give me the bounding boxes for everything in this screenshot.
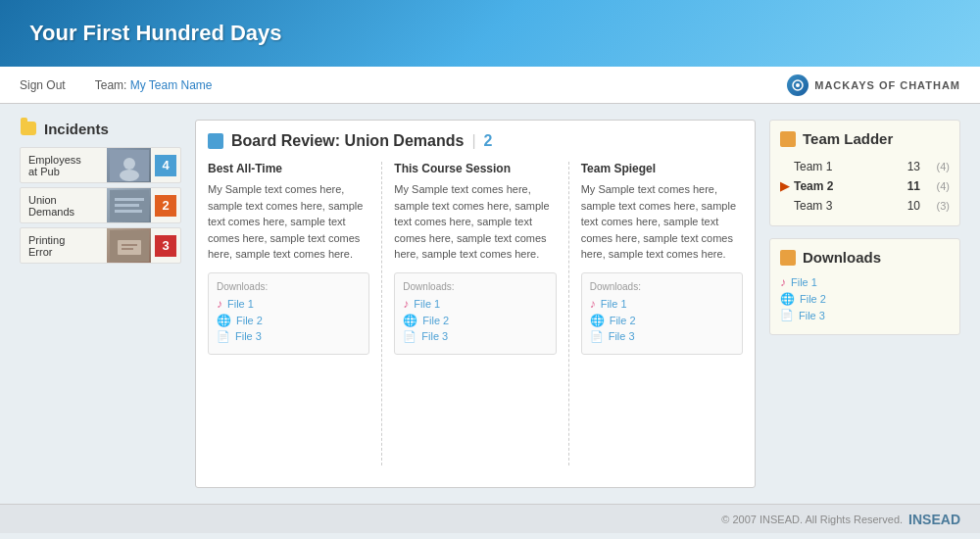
file-item-1-2[interactable]: 🌐 File 2 bbox=[217, 314, 361, 327]
right-panel: Team Ladder Team 1 13 (4) ▶ Team 2 11 (4… bbox=[769, 120, 960, 488]
downloads-title: Downloads bbox=[780, 249, 950, 266]
title-separator: | bbox=[471, 132, 475, 150]
col-text-3: My Sample text comes here, sample text c… bbox=[581, 181, 743, 263]
footer-copyright: © 2007 INSEAD. All Rights Reserved. bbox=[721, 514, 903, 525]
downloads-label-2: Downloads: bbox=[403, 281, 547, 292]
ladder-team-2: Team 2 bbox=[794, 179, 893, 193]
file-name-2-2: File 2 bbox=[422, 315, 449, 326]
file-name-2-3: File 3 bbox=[421, 330, 448, 342]
board-title: Board Review: Union Demands bbox=[231, 132, 464, 150]
downloads-file-2[interactable]: 🌐 File 2 bbox=[780, 292, 950, 306]
svg-rect-6 bbox=[115, 198, 144, 201]
board-column-2: This Course Session My Sample text comes… bbox=[382, 162, 568, 466]
header: Your First Hundred Days bbox=[0, 0, 980, 67]
ladder-row-2: ▶ Team 2 11 (4) bbox=[780, 176, 950, 196]
web-icon-1-2: 🌐 bbox=[217, 314, 231, 327]
downloads-file-name-1: File 1 bbox=[791, 276, 817, 288]
main-content: Incidents Employessat Pub 4 UnionDemands… bbox=[0, 104, 980, 504]
ladder-arrow-1 bbox=[780, 160, 794, 173]
doc-icon-d3: 📄 bbox=[780, 309, 794, 321]
incident-count-1: 4 bbox=[155, 155, 176, 176]
web-icon-d2: 🌐 bbox=[780, 292, 795, 306]
downloads-file-name-3: File 3 bbox=[799, 310, 825, 321]
ladder-paren-2: (4) bbox=[920, 180, 950, 192]
incident-thumb-1 bbox=[107, 148, 151, 182]
downloads-box-1: Downloads: ♪ File 1 🌐 File 2 📄 File 3 bbox=[208, 272, 369, 355]
svg-rect-11 bbox=[122, 244, 137, 246]
ladder-paren-3: (3) bbox=[920, 200, 950, 212]
col-text-1: My Sample text comes here, sample text c… bbox=[208, 181, 369, 263]
doc-icon-1-3: 📄 bbox=[217, 330, 230, 343]
team-ladder-icon bbox=[780, 131, 796, 147]
company-name: MACKAYS OF CHATHAM bbox=[814, 79, 960, 91]
team-ladder-title: Team Ladder bbox=[780, 130, 950, 147]
incident-item-2[interactable]: UnionDemands 2 bbox=[20, 187, 181, 223]
team-ladder-label: Team Ladder bbox=[803, 130, 893, 147]
file-item-2-1[interactable]: ♪ File 1 bbox=[403, 297, 547, 311]
file-item-2-2[interactable]: 🌐 File 2 bbox=[403, 314, 547, 327]
web-icon-2-2: 🌐 bbox=[403, 314, 417, 327]
footer-brand: INSEAD bbox=[908, 512, 960, 527]
svg-rect-10 bbox=[118, 240, 141, 255]
file-name-3-1: File 1 bbox=[601, 298, 627, 310]
incident-item-1[interactable]: Employessat Pub 4 bbox=[20, 147, 181, 183]
incidents-title: Incidents bbox=[20, 120, 181, 137]
incident-count-2: 2 bbox=[155, 195, 176, 217]
col-text-2: My Sample text comes here, sample text c… bbox=[394, 181, 556, 263]
incident-name-3: PrintingError bbox=[21, 229, 107, 263]
file-name-1-2: File 2 bbox=[236, 315, 263, 326]
navbar: Sign Out Team: My Team Name MACKAYS OF C… bbox=[0, 67, 980, 104]
incident-thumb-3 bbox=[107, 228, 151, 263]
board-panel: Board Review: Union Demands | 2 Best All… bbox=[195, 120, 756, 488]
app-title: Your First Hundred Days bbox=[29, 21, 282, 46]
downloads-label-1: Downloads: bbox=[217, 281, 361, 292]
footer: © 2007 INSEAD. All Rights Reserved. INSE… bbox=[0, 504, 980, 533]
downloads-file-1[interactable]: ♪ File 1 bbox=[780, 275, 950, 289]
music-icon-2-1: ♪ bbox=[403, 297, 409, 311]
incidents-panel: Incidents Employessat Pub 4 UnionDemands… bbox=[20, 120, 181, 488]
doc-icon-2-3: 📄 bbox=[403, 330, 416, 343]
ladder-score-1: 13 bbox=[893, 160, 920, 173]
downloads-icon bbox=[780, 250, 796, 266]
downloads-panel: Downloads ♪ File 1 🌐 File 2 📄 File 3 bbox=[769, 238, 960, 335]
col-title-3: Team Spiegel bbox=[581, 162, 743, 175]
incident-count-3: 3 bbox=[155, 235, 176, 257]
folder-icon bbox=[21, 122, 36, 135]
svg-point-3 bbox=[123, 158, 135, 170]
team-name: My Team Name bbox=[130, 78, 213, 92]
board-header: Board Review: Union Demands | 2 bbox=[208, 132, 743, 150]
board-columns: Best All-Time My Sample text comes here,… bbox=[208, 162, 743, 466]
company-logo: MACKAYS OF CHATHAM bbox=[787, 74, 960, 96]
downloads-label-3: Downloads: bbox=[590, 281, 734, 292]
music-icon-1-1: ♪ bbox=[217, 297, 222, 311]
incidents-icon bbox=[20, 120, 37, 137]
ladder-team-3: Team 3 bbox=[794, 199, 893, 213]
sign-out-link[interactable]: Sign Out bbox=[20, 78, 66, 92]
downloads-box-3: Downloads: ♪ File 1 🌐 File 2 📄 File 3 bbox=[581, 272, 743, 355]
file-item-1-1[interactable]: ♪ File 1 bbox=[217, 297, 361, 311]
board-icon bbox=[208, 133, 223, 149]
downloads-file-3[interactable]: 📄 File 3 bbox=[780, 309, 950, 321]
file-item-2-3[interactable]: 📄 File 3 bbox=[403, 330, 547, 343]
file-item-3-3[interactable]: 📄 File 3 bbox=[590, 330, 734, 343]
ladder-arrow-2: ▶ bbox=[780, 179, 794, 193]
file-name-1-3: File 3 bbox=[235, 330, 262, 342]
downloads-label: Downloads bbox=[803, 249, 881, 266]
file-item-3-1[interactable]: ♪ File 1 bbox=[590, 297, 734, 311]
col-title-1: Best All-Time bbox=[208, 162, 369, 175]
team-label: Team: My Team Name bbox=[95, 78, 213, 92]
navbar-left: Sign Out Team: My Team Name bbox=[20, 78, 213, 92]
music-icon-d1: ♪ bbox=[780, 275, 786, 289]
file-name-3-2: File 2 bbox=[610, 315, 636, 326]
music-icon-3-1: ♪ bbox=[590, 297, 596, 311]
ladder-row-1: Team 1 13 (4) bbox=[780, 157, 950, 176]
file-item-1-3[interactable]: 📄 File 3 bbox=[217, 330, 361, 343]
incident-item-3[interactable]: PrintingError 3 bbox=[20, 227, 181, 264]
team-prefix: Team: bbox=[95, 78, 127, 92]
incident-thumb-2 bbox=[107, 188, 151, 222]
ladder-team-1: Team 1 bbox=[794, 160, 893, 173]
svg-rect-7 bbox=[115, 204, 139, 207]
ladder-paren-1: (4) bbox=[920, 161, 950, 172]
file-name-1-1: File 1 bbox=[227, 298, 254, 310]
file-item-3-2[interactable]: 🌐 File 2 bbox=[590, 314, 734, 327]
